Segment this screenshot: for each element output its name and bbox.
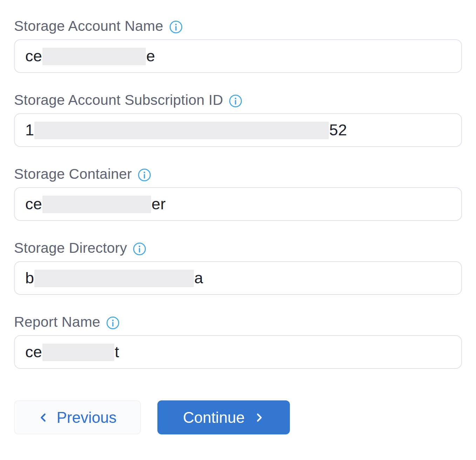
field-label-row: Storage Directory	[14, 239, 462, 257]
storage-directory-input[interactable]: ba	[14, 261, 462, 295]
input-value-prefix: ce	[25, 195, 42, 213]
field-label: Storage Account Name	[14, 17, 163, 35]
storage-account-name-input[interactable]: cee	[14, 39, 462, 73]
field-label: Storage Account Subscription ID	[14, 91, 223, 109]
input-value-prefix: ce	[25, 343, 42, 361]
input-value-prefix: ce	[25, 47, 42, 65]
form-actions: Previous Continue	[14, 400, 462, 434]
info-icon[interactable]	[106, 316, 120, 330]
continue-button[interactable]: Continue	[157, 400, 290, 434]
field-label: Report Name	[14, 313, 100, 331]
redaction-overlay	[42, 48, 146, 65]
redaction-overlay	[42, 196, 151, 213]
storage-container-input[interactable]: ceer	[14, 187, 462, 221]
continue-button-label: Continue	[183, 409, 245, 426]
input-value-suffix: e	[146, 47, 155, 65]
redaction-overlay	[34, 122, 329, 139]
field-report-name: Report Name cet	[14, 313, 462, 369]
input-value-suffix: 52	[329, 121, 347, 139]
input-value-prefix: b	[25, 269, 34, 287]
field-storage-container: Storage Container ceer	[14, 165, 462, 221]
field-label-row: Report Name	[14, 313, 462, 331]
field-storage-directory: Storage Directory ba	[14, 239, 462, 295]
storage-account-subscription-id-input[interactable]: 152	[14, 113, 462, 147]
input-value-suffix: a	[194, 269, 203, 287]
field-label-row: Storage Account Subscription ID	[14, 91, 462, 109]
input-value-prefix: 1	[25, 121, 34, 139]
info-icon[interactable]	[229, 94, 243, 108]
chevron-left-icon	[38, 412, 49, 423]
previous-button-label: Previous	[56, 409, 116, 426]
redaction-overlay	[34, 270, 194, 287]
info-icon[interactable]	[169, 20, 183, 34]
info-icon[interactable]	[137, 168, 151, 182]
field-storage-account-subscription-id: Storage Account Subscription ID 152	[14, 91, 462, 147]
redaction-overlay	[42, 344, 114, 361]
field-storage-account-name: Storage Account Name cee	[14, 17, 462, 73]
input-value-suffix: er	[151, 195, 166, 213]
field-label-row: Storage Container	[14, 165, 462, 183]
info-icon[interactable]	[132, 242, 147, 256]
chevron-right-icon	[254, 412, 264, 423]
field-label: Storage Container	[14, 165, 132, 183]
field-label-row: Storage Account Name	[14, 17, 462, 35]
storage-config-form: Storage Account Name cee Storage Account…	[0, 0, 476, 434]
field-label: Storage Directory	[14, 239, 127, 257]
input-value-suffix: t	[115, 343, 119, 361]
previous-button[interactable]: Previous	[14, 400, 141, 434]
report-name-input[interactable]: cet	[14, 335, 462, 369]
